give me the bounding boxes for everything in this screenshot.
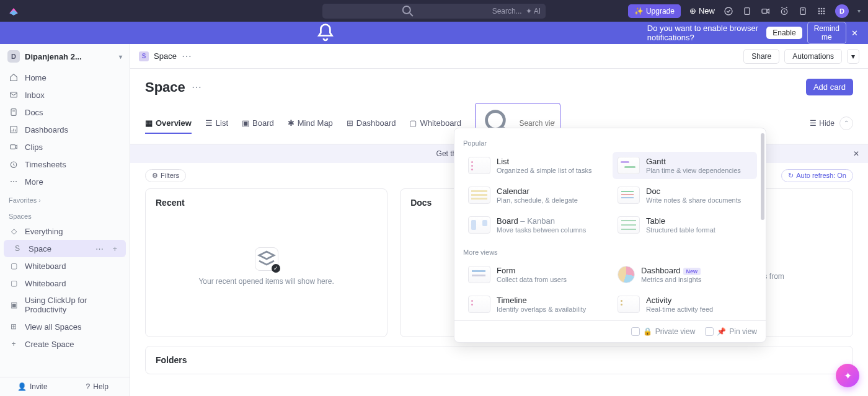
tab-list[interactable]: ☰List <box>205 113 228 133</box>
clipboard-icon[interactable] <box>742 6 752 16</box>
sidebar-space-item[interactable]: +Create Space <box>0 335 130 353</box>
view-option-board[interactable]: Board – KanbanMove tasks between columns <box>463 211 608 239</box>
tab-whiteboard[interactable]: ▢Whiteboard <box>409 113 461 133</box>
app-logo[interactable] <box>7 5 20 17</box>
svg-point-23 <box>11 181 12 182</box>
svg-point-11 <box>818 10 820 12</box>
list-icon <box>468 157 490 174</box>
sidebar-item-clips[interactable]: Clips <box>0 138 130 156</box>
view-option-form[interactable]: FormCollect data from users <box>463 261 608 288</box>
svg-point-9 <box>821 7 823 9</box>
enable-button[interactable]: Enable <box>766 27 802 39</box>
close-icon[interactable]: ✕ <box>853 149 859 158</box>
share-button[interactable]: Share <box>743 49 779 64</box>
help-button[interactable]: ?Help <box>65 377 130 396</box>
sidebar-item-dashboards[interactable]: Dashboards <box>0 121 130 138</box>
page-title: Space <box>145 79 185 95</box>
svg-point-24 <box>13 181 14 182</box>
svg-point-2 <box>725 7 732 15</box>
view-option-dashboard[interactable]: DashboardNewMetrics and insights <box>613 261 757 288</box>
check-badge-icon: ✓ <box>272 264 280 273</box>
scrollbar[interactable] <box>761 133 764 220</box>
remind-button[interactable]: Remind me <box>807 22 846 44</box>
view-option-timeline[interactable]: TimelineIdentify overlaps & availability <box>463 291 608 318</box>
upgrade-button[interactable]: ✨ Upgrade <box>628 4 681 18</box>
tab-overview[interactable]: ▦Overview <box>145 113 192 134</box>
dropdown-footer: 🔒 Private view 📌 Pin view <box>454 320 766 342</box>
add-card-button[interactable]: Add card <box>806 79 853 95</box>
stack-icon: ✓ <box>255 247 278 271</box>
sidebar-space-item[interactable]: ◇Everything <box>0 222 130 240</box>
view-search-input[interactable] <box>519 119 555 128</box>
private-view-toggle[interactable]: 🔒 Private view <box>631 327 696 336</box>
chevron-down-icon: ▾ <box>119 53 122 60</box>
check-circle-icon[interactable] <box>724 6 733 16</box>
dash-icon <box>618 266 635 283</box>
favorites-label[interactable]: Favorites › <box>0 190 130 206</box>
view-option-list[interactable]: ListOrganized & simple list of tasks <box>463 152 608 179</box>
sidebar-item-more[interactable]: More <box>0 173 130 190</box>
svg-point-25 <box>16 181 17 182</box>
ai-button[interactable]: ✦ AI <box>526 7 541 15</box>
svg-point-15 <box>821 12 823 14</box>
alarm-icon[interactable] <box>779 6 789 16</box>
view-option-calendar[interactable]: CalendarPlan, schedule, & delegate <box>463 182 608 209</box>
view-option-gantt[interactable]: GanttPlan time & view dependencies <box>613 152 757 179</box>
svg-point-10 <box>823 7 825 9</box>
hide-button[interactable]: ☰ Hide <box>810 119 835 128</box>
more-button[interactable]: ▾ <box>847 49 859 64</box>
more-icon[interactable]: ⋯ <box>192 81 202 93</box>
auto-refresh-toggle[interactable]: ↻ Auto refresh: On <box>781 169 853 182</box>
notification-banner: Do you want to enable browser notificati… <box>0 22 868 44</box>
svg-rect-3 <box>745 7 750 14</box>
doc-icon <box>618 187 640 204</box>
avatar[interactable]: D <box>835 4 849 18</box>
workspace-switcher[interactable]: D Dipanjenah 2... ▾ <box>0 44 130 69</box>
sidebar-space-item[interactable]: ▣Using ClickUp for Productivity <box>0 292 130 318</box>
global-search[interactable]: Search... ✦ AI <box>322 4 546 19</box>
svg-line-1 <box>410 13 413 16</box>
view-option-activity[interactable]: ActivityReal-time activity feed <box>613 291 757 318</box>
folders-card: Folders <box>145 346 853 374</box>
view-option-doc[interactable]: DocWrite notes & share documents <box>613 182 757 209</box>
video-icon[interactable] <box>761 6 771 16</box>
svg-point-13 <box>823 10 825 12</box>
pin-view-toggle[interactable]: 📌 Pin view <box>705 327 757 336</box>
sidebar-item-timesheets[interactable]: Timesheets <box>0 156 130 173</box>
search-icon <box>327 4 489 19</box>
timeline-icon <box>468 296 490 313</box>
sidebar-space-item[interactable]: ⊞View all Spaces <box>0 318 130 335</box>
recent-card: Recent ✓ Your recent opened items will s… <box>145 188 388 337</box>
gantt-icon <box>618 157 640 174</box>
breadcrumb[interactable]: Space <box>154 51 177 61</box>
view-picker-dropdown: Popular ListOrganized & simple list of t… <box>454 128 766 343</box>
apps-icon[interactable] <box>817 6 826 16</box>
filters-button[interactable]: ⚙ Filters <box>145 169 186 182</box>
invite-button[interactable]: 👤Invite <box>0 377 65 396</box>
sidebar-space-item[interactable]: ▢Whiteboard <box>0 275 130 292</box>
chevron-down-icon[interactable]: ▾ <box>857 7 861 14</box>
bell-icon <box>10 22 641 44</box>
tab-board[interactable]: ▣Board <box>242 113 274 133</box>
fab-button[interactable]: ✦ <box>836 364 859 387</box>
sidebar-item-inbox[interactable]: Inbox <box>0 86 130 103</box>
note-icon[interactable] <box>798 6 808 16</box>
automations-button[interactable]: Automations <box>784 49 842 64</box>
new-button[interactable]: ⊕ New <box>689 6 715 15</box>
sidebar-space-item[interactable]: ▢Whiteboard <box>0 257 130 275</box>
sidebar-item-home[interactable]: Home <box>0 69 130 86</box>
more-icon[interactable]: ⋯ <box>182 50 192 62</box>
view-option-table[interactable]: TableStructured table format <box>613 211 757 239</box>
topbar: Search... ✦ AI ✨ Upgrade ⊕ New D ▾ <box>0 0 868 22</box>
notification-text: Do you want to enable browser notificati… <box>647 24 766 42</box>
sidebar-space-item[interactable]: SSpace⋯+ <box>4 240 126 257</box>
tab-mind-map[interactable]: ✱Mind Map <box>288 113 333 133</box>
svg-point-12 <box>821 10 823 12</box>
sidebar-item-docs[interactable]: Docs <box>0 103 130 121</box>
svg-point-8 <box>818 7 820 9</box>
svg-point-0 <box>403 6 410 14</box>
close-icon[interactable]: ✕ <box>851 29 858 38</box>
help-icon: ? <box>86 382 91 391</box>
tab-dashboard[interactable]: ⊞Dashboard <box>347 113 396 133</box>
collapse-button[interactable]: ⌃ <box>839 117 853 130</box>
